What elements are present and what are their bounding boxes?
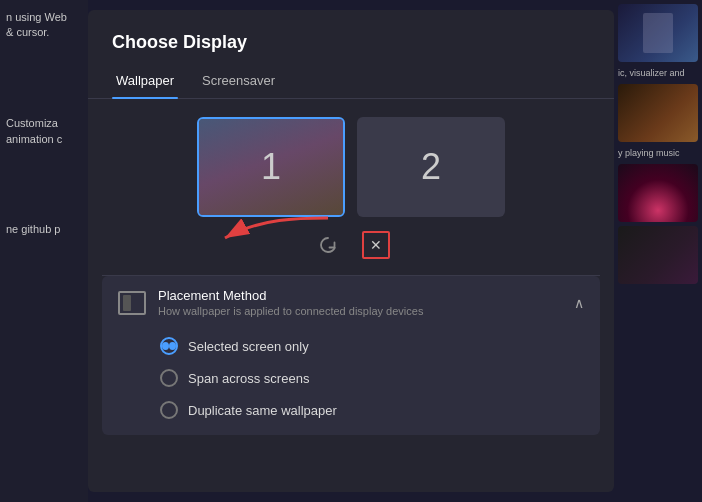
refresh-icon [317,234,339,256]
refresh-button[interactable] [312,229,344,261]
x-button-wrapper: ✕ [362,231,390,259]
bg-thumb-2 [618,84,698,142]
dialog-title: Choose Display [88,10,614,65]
tabs-container: Wallpaper Screensaver [88,65,614,99]
bg-right-text-1: ic, visualizer and [618,66,698,80]
tab-wallpaper[interactable]: Wallpaper [112,65,178,98]
placement-header[interactable]: Placement Method How wallpaper is applie… [102,276,600,329]
bg-left-panel: n using Web & cursor. Customiza animatio… [0,0,88,502]
x-button[interactable]: ✕ [362,231,390,259]
monitor-1-num: 1 [261,146,281,188]
monitor-2[interactable]: 2 [357,117,505,217]
placement-title: Placement Method [158,288,423,303]
radio-circle-3 [160,401,178,419]
monitor-area: 1 2 [88,99,614,229]
bg-right-text-2: y playing music [618,146,698,160]
placement-section: Placement Method How wallpaper is applie… [102,276,600,435]
radio-options: Selected screen only Span across screens… [102,329,600,435]
radio-selected-screen[interactable]: Selected screen only [160,337,584,355]
action-area: ✕ [88,229,614,275]
radio-circle-2 [160,369,178,387]
x-icon: ✕ [370,237,382,253]
choose-display-dialog: Choose Display Wallpaper Screensaver 1 2… [88,10,614,492]
bg-left-text: n using Web & cursor. Customiza animatio… [0,0,88,248]
radio-label-3: Duplicate same wallpaper [188,403,337,418]
radio-label-2: Span across screens [188,371,309,386]
bg-thumb-3 [618,164,698,222]
chevron-up-icon: ∧ [574,295,584,311]
placement-subtitle: How wallpaper is applied to connected di… [158,305,423,317]
placement-icon [118,291,146,315]
bg-thumb-4 [618,226,698,284]
bg-thumb-1 [618,4,698,62]
bg-right-panel: ic, visualizer and y playing music [614,0,702,502]
monitor-2-num: 2 [421,146,441,188]
radio-span-screens[interactable]: Span across screens [160,369,584,387]
radio-fill-1 [162,342,169,350]
radio-duplicate[interactable]: Duplicate same wallpaper [160,401,584,419]
placement-header-left: Placement Method How wallpaper is applie… [118,288,423,317]
radio-label-1: Selected screen only [188,339,309,354]
tab-screensaver[interactable]: Screensaver [198,65,279,98]
radio-circle-1 [160,337,178,355]
monitor-1[interactable]: 1 [197,117,345,217]
placement-label-group: Placement Method How wallpaper is applie… [158,288,423,317]
